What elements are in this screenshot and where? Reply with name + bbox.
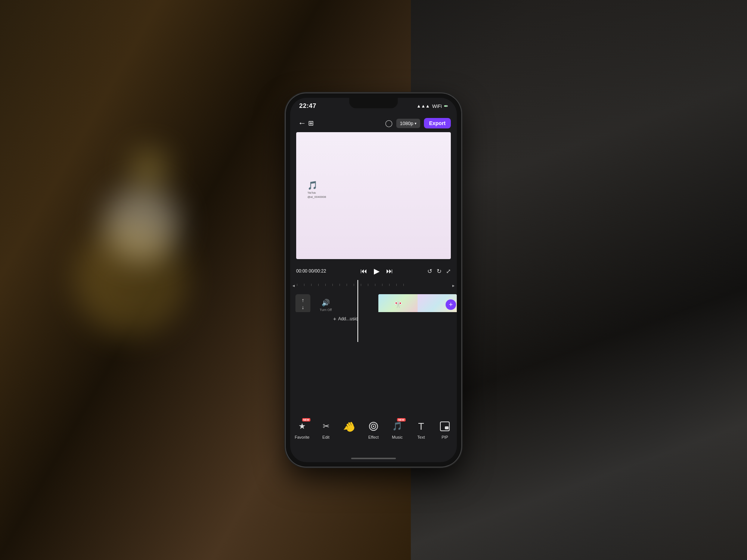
- status-time: 22:47: [299, 102, 316, 110]
- playhead-line: [357, 290, 358, 342]
- home-indicator: [351, 458, 396, 459]
- phone-frame: 22:47 ▲▲▲ WiFi ← ⊞ ◯ 1080p ▾ Export: [286, 93, 461, 467]
- add-music-label: Add...usic: [338, 316, 358, 321]
- record-icon: ◯: [385, 119, 393, 127]
- bokeh-light-3: [75, 224, 187, 336]
- music-icon: 🎵 NEW: [391, 420, 404, 433]
- svg-point-8: [373, 426, 374, 427]
- audio-tool-icon: [343, 420, 356, 433]
- skip-back-button[interactable]: ⏮: [360, 267, 367, 275]
- bottom-toolbar: ★ NEW Favorite ✂ Edit: [290, 416, 457, 453]
- text-icon: T: [414, 420, 428, 433]
- back-button[interactable]: ←: [296, 117, 308, 129]
- svg-rect-9: [440, 422, 449, 431]
- video-preview: 🎵 TikTok @al_0040008: [296, 132, 451, 259]
- toolbar-item-text[interactable]: T Text: [410, 420, 432, 439]
- top-right-controls: 1080p ▾ Export: [396, 118, 451, 128]
- playback-controls: 00:00 00/00:22 ⏮ ▶ ⏭ ↺ ↻ ⤢: [290, 262, 457, 280]
- audio-label: Turn Off: [320, 308, 332, 312]
- bokeh-light-2: [131, 149, 168, 187]
- audio-icon[interactable]: 🔊: [322, 299, 330, 307]
- control-buttons: ⏮ ▶ ⏭: [360, 267, 393, 276]
- time-display: 00:00 00/00:22: [296, 268, 326, 274]
- arrow-up-icon: ↑: [302, 297, 304, 303]
- audio-section: 🔊 Turn Off: [314, 296, 337, 314]
- play-button[interactable]: ▶: [374, 267, 379, 276]
- status-icons: ▲▲▲ WiFi: [416, 103, 448, 109]
- watermark-handle: @al_0040008: [307, 195, 326, 199]
- watermark: 🎵 TikTok @al_0040008: [307, 181, 326, 199]
- music-label: Music: [392, 435, 403, 439]
- timeline-right-arrow[interactable]: ▸: [452, 283, 455, 288]
- edit-label: Edit: [322, 435, 329, 439]
- scissors-icon: ✂: [319, 420, 333, 433]
- new-badge-music: NEW: [397, 418, 405, 421]
- timeline: ◂ ▸: [290, 280, 457, 290]
- favorite-icon: ★ NEW: [295, 420, 309, 433]
- pip-icon: [438, 420, 452, 433]
- svg-rect-10: [445, 426, 449, 429]
- hand-cursor-icon: [343, 418, 356, 435]
- toolbar-item-favorite[interactable]: ★ NEW Favorite: [291, 420, 313, 439]
- chevron-down-icon: ▾: [415, 121, 416, 125]
- toolbar-item-pip[interactable]: PIP: [434, 420, 456, 439]
- new-badge-favorite: NEW: [302, 418, 310, 421]
- toolbar-item-effect[interactable]: Effect: [362, 420, 385, 439]
- arrow-down-icon: ↓: [302, 304, 304, 310]
- export-button[interactable]: Export: [424, 118, 451, 128]
- top-bar: ← ⊞ ◯ 1080p ▾ Export: [290, 114, 457, 132]
- resolution-button[interactable]: 1080p ▾: [396, 119, 420, 128]
- plus-icon: +: [333, 316, 336, 322]
- pip-label: PIP: [441, 435, 448, 439]
- effect-icon: [367, 420, 380, 433]
- text-label: Text: [417, 435, 425, 439]
- add-music-button[interactable]: + Add...usic: [333, 316, 358, 322]
- fullscreen-button[interactable]: ⤢: [446, 268, 451, 275]
- add-music-row: + Add...usic: [290, 312, 457, 326]
- redo-button[interactable]: ↻: [437, 268, 441, 275]
- battery-icon: [444, 105, 448, 107]
- timeline-playhead: [357, 280, 358, 290]
- clip-row: ↑ ↓ 🔊 Turn Off 🎌 +: [290, 293, 457, 314]
- undo-button[interactable]: ↺: [427, 268, 432, 275]
- toolbar-item-edit[interactable]: ✂ Edit: [315, 420, 337, 439]
- clip-adjust-button[interactable]: ↑ ↓: [295, 294, 310, 313]
- right-controls: ↺ ↻ ⤢: [427, 268, 451, 275]
- favorite-label: Favorite: [295, 435, 310, 439]
- skip-forward-button[interactable]: ⏭: [386, 267, 393, 275]
- toolbar-item-music[interactable]: 🎵 NEW Music: [386, 420, 409, 439]
- clip-add-button[interactable]: +: [446, 299, 456, 310]
- background-right: [411, 0, 747, 560]
- effect-label: Effect: [368, 435, 379, 439]
- phone-screen: 22:47 ▲▲▲ WiFi ← ⊞ ◯ 1080p ▾ Export: [290, 98, 457, 462]
- timeline-track[interactable]: [290, 283, 457, 287]
- grid-icon[interactable]: ⊞: [308, 119, 314, 127]
- wifi-icon: WiFi: [432, 103, 442, 109]
- toolbar-item-audio[interactable]: [338, 420, 361, 435]
- tiktok-logo: 🎵: [307, 181, 326, 190]
- notch: [349, 98, 398, 108]
- signal-icon: ▲▲▲: [416, 103, 430, 109]
- resolution-label: 1080p: [400, 121, 413, 126]
- watermark-username: TikTok: [307, 191, 326, 195]
